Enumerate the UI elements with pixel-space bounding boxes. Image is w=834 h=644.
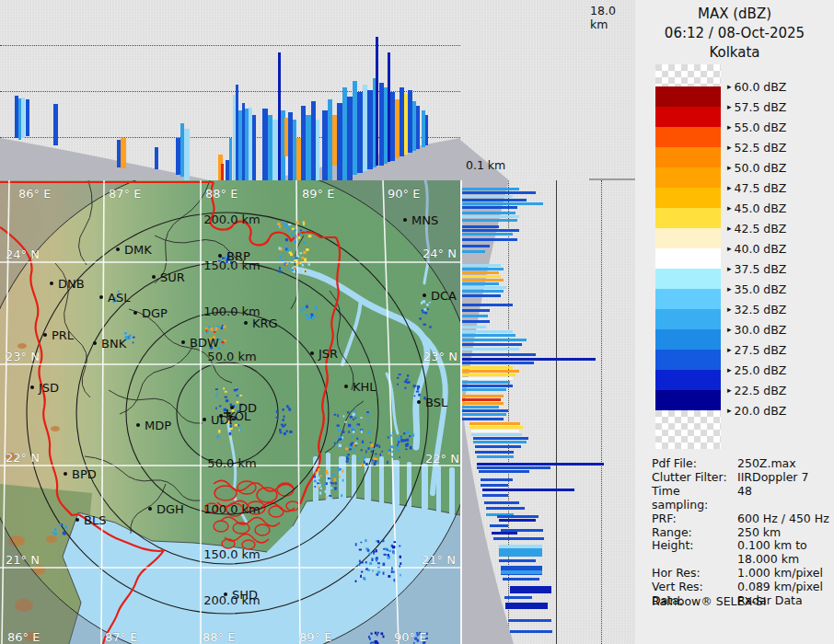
echo-row xyxy=(462,398,501,401)
latlon-label: 24° N xyxy=(423,247,457,260)
height-axis-min-label: 0.1 km xyxy=(466,158,505,172)
legend-label: ▸35.0 dBZ xyxy=(727,282,819,296)
legend-arrow-icon: ▸ xyxy=(727,345,732,354)
legend-label: ▸37.5 dBZ xyxy=(727,261,819,276)
echo-row xyxy=(462,219,517,222)
echo-column xyxy=(229,138,232,180)
echo-row xyxy=(481,478,513,481)
legend-arrow-icon: ▸ xyxy=(727,203,732,213)
metadata-label: Pdf File: xyxy=(652,457,737,471)
latlon-label: 90° E xyxy=(388,187,420,201)
latlon-label: 21° N xyxy=(422,553,456,567)
echo-row xyxy=(462,330,513,333)
legend-swatch xyxy=(655,289,721,309)
echo-row xyxy=(475,451,514,454)
legend-label: ▸27.5 dBZ xyxy=(727,342,819,357)
city-label-bpd: BPD xyxy=(72,467,97,481)
radar-map-graphics: 200.0 km150.0 km100.0 km50.0 km50.0 km10… xyxy=(0,180,460,644)
echo-column xyxy=(221,164,224,180)
metadata-label: Clutter Filter: xyxy=(652,471,737,485)
city-label-krg: KRG xyxy=(252,316,278,330)
echo-row xyxy=(462,250,485,253)
metadata-row: 18.000 km xyxy=(652,553,831,567)
echo-row xyxy=(505,603,548,609)
metadata-row: Vert Res:0.089 km/pixel xyxy=(652,581,831,594)
echo-row xyxy=(462,206,517,209)
metadata-row: PRF:600 Hz / 450 Hz xyxy=(652,512,831,526)
metadata-label: PRF: xyxy=(652,512,737,526)
legend-arrow-icon: ▸ xyxy=(727,82,732,91)
radar-display-window: 18.0 km 0.1 km xyxy=(0,0,834,644)
metadata-value: 250Z.max xyxy=(737,457,831,471)
echo-column xyxy=(376,37,378,166)
echo-row xyxy=(462,309,490,312)
legend-arrow-icon: ▸ xyxy=(727,224,732,233)
metadata-row: Range:250 km xyxy=(652,526,831,540)
product-name: MAX (dBZ) xyxy=(635,5,834,24)
latlon-label: 86° E xyxy=(18,187,51,201)
latlon-label: 23° N xyxy=(423,350,458,363)
legend-label: ▸30.0 dBZ xyxy=(727,322,819,337)
top-height-profile-panel xyxy=(0,0,460,180)
echo-row xyxy=(462,406,499,408)
echo-row xyxy=(462,381,510,384)
echo-row xyxy=(503,578,539,581)
legend-arrow-icon: ▸ xyxy=(727,325,732,334)
echo-row xyxy=(462,191,536,194)
legend-swatch xyxy=(655,350,721,370)
legend-label: ▸20.0 dBZ xyxy=(727,403,819,418)
echo-row xyxy=(462,413,506,416)
range-ring-label: 100.0 km xyxy=(203,502,261,516)
echo-row xyxy=(462,268,504,270)
metadata-value: 600 Hz / 450 Hz xyxy=(737,512,831,526)
echo-row xyxy=(473,441,527,443)
echo-row xyxy=(508,619,551,622)
echo-row xyxy=(462,388,506,391)
city-label-dca: DCA xyxy=(431,289,457,303)
latlon-label: 89° E xyxy=(302,187,334,201)
echo-row xyxy=(462,315,488,317)
echo-row xyxy=(462,353,536,356)
echo-row xyxy=(462,395,504,397)
legend-swatch-below-min xyxy=(655,410,721,449)
echo-row xyxy=(462,245,490,247)
echo-row xyxy=(462,358,596,361)
legend-label: ▸32.5 dBZ xyxy=(727,302,819,316)
echo-column xyxy=(53,104,58,145)
legend-swatch xyxy=(655,309,721,329)
legend-label: ▸57.5 dBZ xyxy=(727,99,819,114)
latlon-label: 21° N xyxy=(6,553,40,567)
product-datetime: 06:12 / 08-Oct-2025 xyxy=(635,24,834,43)
legend-arrow-icon: ▸ xyxy=(727,163,732,172)
echo-row xyxy=(462,282,499,285)
legend-arrow-icon: ▸ xyxy=(727,305,732,314)
metadata-value: IIRDoppler 7 xyxy=(737,471,831,485)
city-label-bsl: BSL xyxy=(425,396,448,409)
echo-row xyxy=(462,402,504,405)
legend-arrow-icon: ▸ xyxy=(727,406,732,415)
latlon-label: 88° E xyxy=(205,187,237,201)
echo-row xyxy=(482,494,508,497)
city-label-dgh: DGH xyxy=(156,502,184,516)
legend-label: ▸60.0 dBZ xyxy=(727,79,819,94)
latlon-label: 22° N xyxy=(6,451,40,465)
latlon-label: 22° N xyxy=(425,452,459,466)
top-gridline xyxy=(0,45,460,46)
echo-row xyxy=(462,275,501,278)
legend-label: ▸45.0 dBZ xyxy=(727,201,819,215)
echo-row xyxy=(486,507,525,510)
metadata-value: 18.000 km xyxy=(737,553,831,567)
echo-column xyxy=(416,106,420,149)
city-label-bnk: BNK xyxy=(101,337,127,351)
range-ring-label: 50.0 km xyxy=(207,456,256,470)
echo-row xyxy=(481,484,508,487)
city-label-shd: SHD xyxy=(232,588,258,602)
legend-label: ▸47.5 dBZ xyxy=(727,180,819,195)
legend-arrow-icon: ▸ xyxy=(727,183,732,192)
latlon-label: 90° E xyxy=(394,630,426,644)
echo-row xyxy=(462,418,504,420)
echo-row xyxy=(462,409,508,412)
legend-swatch xyxy=(655,269,721,289)
latlon-label: 23° N xyxy=(6,350,40,363)
echo-row xyxy=(462,286,506,289)
